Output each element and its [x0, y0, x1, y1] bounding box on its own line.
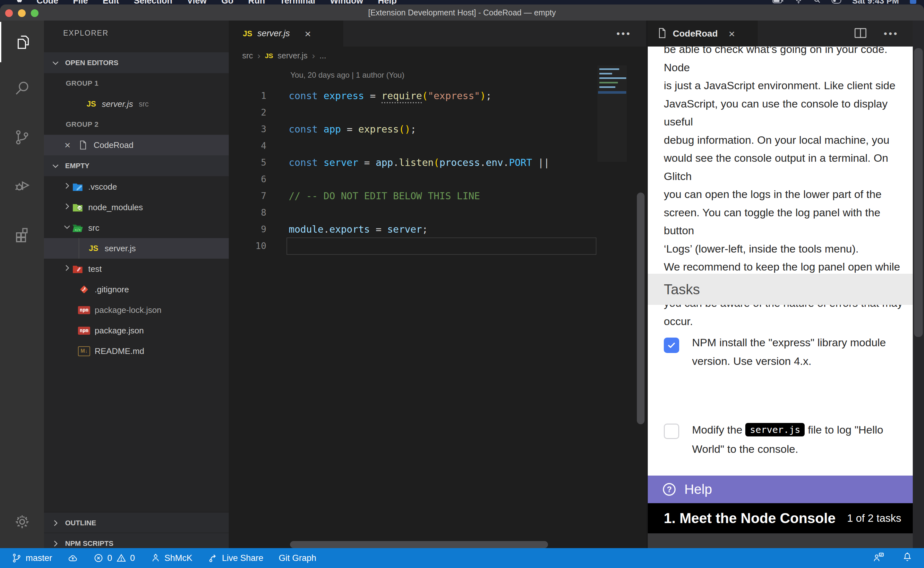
window-scrollbar-thumb[interactable] — [914, 48, 923, 337]
editor-actions-more-icon[interactable]: ••• — [617, 21, 632, 47]
open-editor-filename: server.js — [102, 99, 133, 109]
code-area[interactable]: 1 const express = require("express"); 2 … — [229, 87, 646, 254]
git-graph-label: Git Graph — [279, 553, 317, 563]
tab-close-icon[interactable]: × — [729, 28, 735, 39]
workspace-section-header[interactable]: EMPTY — [44, 155, 229, 176]
horizontal-scrollbar-thumb[interactable] — [290, 541, 548, 548]
apple-menu-icon[interactable] — [15, 0, 22, 5]
help-section[interactable]: ? Help — [648, 476, 913, 503]
tab-coderoad[interactable]: CodeRoad × — [648, 21, 758, 47]
error-count: 0 — [107, 553, 112, 563]
current-line-highlight — [286, 237, 597, 255]
panel-more-actions-icon[interactable]: ••• — [883, 28, 898, 39]
person-icon — [151, 553, 161, 563]
source-control-activity-icon[interactable] — [0, 117, 44, 157]
menu-item-terminal[interactable]: Terminal — [280, 0, 315, 5]
node-modules-folder-icon: JS — [72, 203, 84, 212]
tree-item-src[interactable]: </> src — [44, 218, 229, 238]
vertical-scrollbar-thumb[interactable] — [637, 193, 645, 424]
minimap[interactable] — [597, 65, 627, 162]
file-icon — [77, 140, 89, 150]
task-item-npm-install: NPM install the "express" library module… — [664, 333, 900, 370]
tree-label: node_modules — [88, 202, 143, 213]
menu-item-code[interactable]: Code — [36, 0, 59, 5]
checkbox-unchecked[interactable] — [664, 424, 679, 439]
chevron-right-icon — [51, 539, 60, 548]
js-file-icon: JS — [89, 244, 98, 253]
warning-count: 0 — [130, 553, 135, 563]
outline-label: OUTLINE — [65, 519, 96, 527]
tree-item-server-js[interactable]: JS server.js — [44, 238, 229, 259]
chevron-right-icon — [51, 518, 60, 527]
js-file-icon: JS — [87, 100, 96, 109]
tree-item-gitignore[interactable]: .gitignore — [44, 279, 229, 300]
lesson-footer[interactable]: 1. Meet the Node Console 1 of 2 tasks — [648, 503, 913, 533]
outline-section-header[interactable]: OUTLINE — [44, 512, 229, 533]
chevron-down-icon — [63, 222, 72, 234]
window-title: [Extension Development Host] - CodeRoad … — [0, 5, 924, 21]
tab-close-icon[interactable]: × — [304, 28, 311, 39]
tab-server-js[interactable]: JS server.js × — [229, 21, 343, 47]
svg-text:?: ? — [667, 485, 671, 494]
open-editors-header[interactable]: OPEN EDITORS — [44, 52, 229, 73]
menu-item-help[interactable]: Help — [378, 0, 397, 5]
account-status[interactable]: ShMcK — [151, 553, 193, 563]
open-editor-coderoad[interactable]: × CodeRoad — [44, 135, 229, 155]
live-share-status[interactable]: Live Share — [208, 553, 264, 563]
close-icon[interactable]: × — [65, 139, 71, 151]
editor-group-2: GROUP 2 — [44, 114, 229, 135]
sync-status[interactable] — [68, 553, 78, 563]
svg-text:</>: </> — [75, 228, 80, 232]
explorer-activity-icon[interactable] — [0, 22, 45, 62]
search-activity-icon[interactable] — [0, 68, 44, 109]
npm-scripts-label: NPM SCRIPTS — [65, 539, 113, 548]
control-center-icon[interactable] — [832, 0, 841, 5]
tree-item-node-modules[interactable]: JS node_modules — [44, 197, 229, 218]
notifications-bell-icon[interactable] — [902, 552, 912, 565]
menu-item-file[interactable]: File — [73, 0, 88, 5]
git-branch-status[interactable]: master — [12, 553, 52, 563]
tree-item-package-json[interactable]: npm package.json — [44, 320, 229, 341]
menu-item-view[interactable]: View — [187, 0, 207, 5]
problems-status[interactable]: 0 0 — [93, 553, 135, 563]
split-editor-icon[interactable] — [854, 27, 867, 40]
settings-gear-icon[interactable] — [0, 502, 44, 542]
editor-tab-bar: JS server.js × ••• — [229, 21, 646, 47]
npm-icon: npm — [78, 327, 90, 335]
window-scrollbar-gutter — [913, 21, 924, 548]
feedback-icon[interactable] — [873, 551, 884, 565]
tree-item-package-lock[interactable]: npm package-lock.json — [44, 300, 229, 320]
title-bar[interactable]: [Extension Development Host] - CodeRoad … — [0, 5, 924, 21]
breadcrumb-symbol[interactable]: ... — [320, 51, 326, 60]
status-bar: master 0 0 ShMcK Live Share Git Graph — [0, 548, 924, 568]
open-editor-server-js[interactable]: JS server.js src — [44, 94, 229, 114]
code-line-5: 5 const server = app.listen(process.env.… — [229, 154, 646, 171]
vscode-window: [Extension Development Host] - CodeRoad … — [0, 5, 924, 568]
breadcrumb-src[interactable]: src — [242, 51, 253, 60]
run-debug-activity-icon[interactable] — [0, 164, 44, 205]
breadcrumb-file[interactable]: server.js — [277, 51, 307, 60]
group-1-label: GROUP 1 — [44, 79, 98, 88]
lesson-progress: 1 of 2 tasks — [847, 512, 901, 524]
menu-item-edit[interactable]: Edit — [102, 0, 119, 5]
git-graph-status[interactable]: Git Graph — [279, 553, 317, 563]
menu-clock[interactable]: Sat 9:43 PM — [852, 0, 899, 5]
menu-item-selection[interactable]: Selection — [134, 0, 172, 5]
open-editor-coderoad-label: CodeRoad — [94, 140, 133, 150]
codelens-annotation[interactable]: You, 20 days ago | 1 author (You) — [290, 71, 404, 80]
group-2-label: GROUP 2 — [44, 120, 98, 129]
menu-item-run[interactable]: Run — [248, 0, 265, 5]
menu-item-go[interactable]: Go — [222, 0, 234, 5]
tree-item-readme[interactable]: M↓ README.md — [44, 341, 229, 361]
checkbox-checked[interactable] — [664, 338, 679, 353]
tree-item-test[interactable]: test — [44, 259, 229, 279]
screen: Code File Edit Selection View Go Run Ter… — [0, 0, 924, 568]
extensions-activity-icon[interactable] — [0, 214, 44, 254]
workbench: EXPLORER OPEN EDITORS GROUP 1 JS server.… — [0, 21, 924, 548]
menu-item-window[interactable]: Window — [330, 0, 363, 5]
wifi-icon[interactable] — [794, 0, 803, 5]
tree-item-vscode[interactable]: .vscode — [44, 177, 229, 197]
search-menu-icon[interactable] — [814, 0, 821, 5]
app-dock-icon[interactable] — [910, 0, 916, 4]
battery-icon[interactable] — [773, 0, 784, 5]
